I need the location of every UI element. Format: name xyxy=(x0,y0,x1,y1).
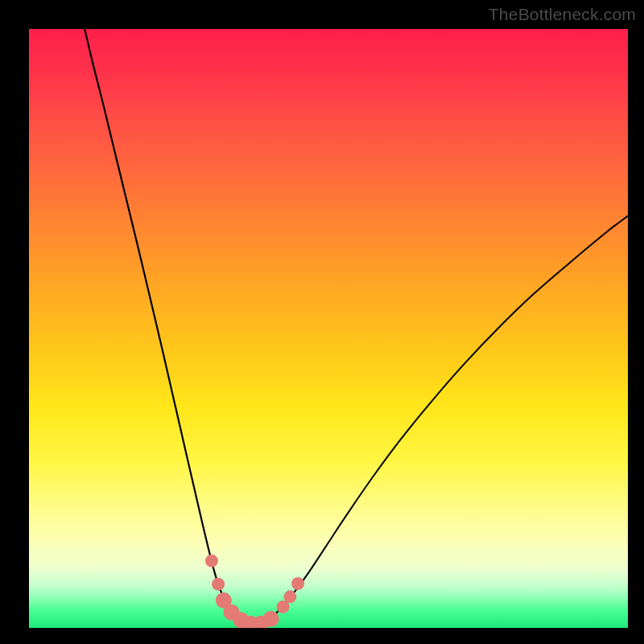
threshold-dot xyxy=(263,611,279,627)
chart-frame: TheBottleneck.com xyxy=(0,0,644,644)
bottleneck-curve-right xyxy=(257,216,628,628)
threshold-dot xyxy=(283,590,296,603)
plot-area xyxy=(29,29,628,628)
curve-layer xyxy=(29,29,628,628)
threshold-dot xyxy=(212,578,225,591)
threshold-dot xyxy=(205,555,218,568)
watermark-text: TheBottleneck.com xyxy=(489,5,636,24)
bottleneck-curve-left xyxy=(85,29,257,628)
threshold-dot xyxy=(291,577,304,590)
